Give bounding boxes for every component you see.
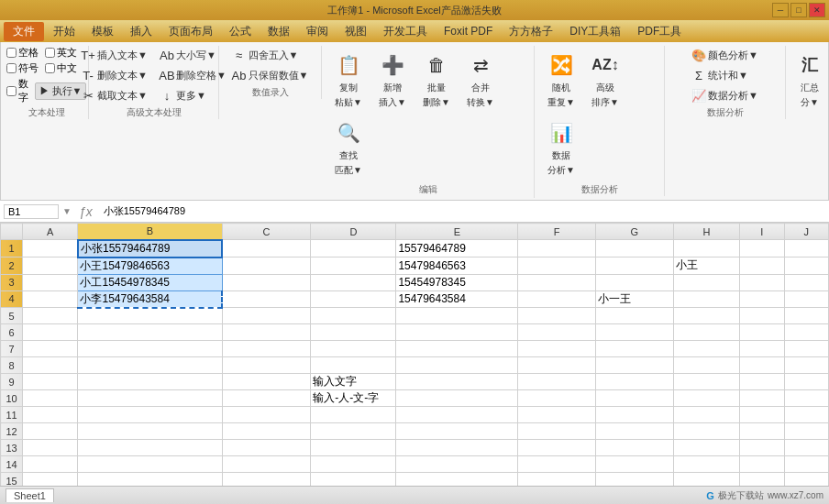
col-header-b[interactable]: B <box>78 224 222 240</box>
delete-text-button[interactable]: T- 删除文本▼ <box>76 66 152 84</box>
cell-7-3[interactable] <box>311 341 396 357</box>
cell-8-0[interactable] <box>23 357 78 374</box>
cell-8-6[interactable] <box>596 357 674 374</box>
cell-3-8[interactable] <box>740 274 784 290</box>
cell-1-5[interactable] <box>518 240 596 257</box>
cell-14-9[interactable] <box>784 456 828 473</box>
cell-2-7[interactable]: 小王 <box>673 257 740 275</box>
col-header-a[interactable]: A <box>23 224 78 240</box>
cell-1-2[interactable] <box>222 240 311 257</box>
cell-12-9[interactable] <box>784 423 828 440</box>
cell-2-8[interactable] <box>740 257 784 275</box>
cell-10-1[interactable] <box>78 390 222 407</box>
cell-13-8[interactable] <box>740 440 784 456</box>
cell-2-3[interactable] <box>311 257 396 275</box>
cell-11-6[interactable] <box>596 407 674 423</box>
cell-11-7[interactable] <box>673 407 740 423</box>
cell-3-3[interactable] <box>311 274 396 290</box>
cell-14-0[interactable] <box>23 456 78 473</box>
cell-7-7[interactable] <box>673 341 740 357</box>
cell-name-box[interactable] <box>4 204 59 219</box>
cell-5-7[interactable] <box>673 308 740 324</box>
cell-10-9[interactable] <box>784 390 828 407</box>
cell-7-1[interactable] <box>78 341 222 357</box>
cell-7-8[interactable] <box>740 341 784 357</box>
row-header-11[interactable]: 11 <box>1 407 23 423</box>
menu-pdf[interactable]: PDF工具 <box>630 22 689 41</box>
cell-14-6[interactable] <box>596 456 674 473</box>
cell-5-0[interactable] <box>23 308 78 324</box>
cell-11-1[interactable] <box>78 407 222 423</box>
data-analysis-button[interactable]: 📊 数据 分析▼ <box>540 114 582 181</box>
row-header-5[interactable]: 5 <box>1 308 23 324</box>
menu-insert[interactable]: 插入 <box>123 22 160 41</box>
cell-10-4[interactable] <box>396 390 518 407</box>
menu-foxit[interactable]: Foxit PDF <box>437 23 500 39</box>
cell-14-4[interactable] <box>396 456 518 473</box>
round-button[interactable]: ≈ 四舍五入▼ <box>227 46 304 64</box>
cell-6-8[interactable] <box>740 324 784 341</box>
cell-7-9[interactable] <box>784 341 828 357</box>
cell-9-0[interactable] <box>23 374 78 390</box>
cell-13-7[interactable] <box>673 440 740 456</box>
cell-1-6[interactable] <box>596 240 674 257</box>
cell-9-1[interactable] <box>78 374 222 390</box>
cell-12-6[interactable] <box>596 423 674 440</box>
cell-9-2[interactable] <box>222 374 311 390</box>
cell-7-0[interactable] <box>23 341 78 357</box>
delete-space-button[interactable]: AB 删除空格▼ <box>155 66 231 84</box>
cell-8-4[interactable] <box>396 357 518 374</box>
cell-5-4[interactable] <box>396 308 518 324</box>
cell-8-8[interactable] <box>740 357 784 374</box>
cell-7-2[interactable] <box>222 341 311 357</box>
cell-8-7[interactable] <box>673 357 740 374</box>
cell-9-5[interactable] <box>518 374 596 390</box>
advanced-sort-button[interactable]: AZ↕ 高级 排序▼ <box>584 46 626 114</box>
cell-13-1[interactable] <box>78 440 222 456</box>
cell-3-0[interactable] <box>23 274 78 290</box>
cell-3-5[interactable] <box>518 274 596 290</box>
case-button[interactable]: Ab 大小写▼ <box>155 46 221 64</box>
cell-11-0[interactable] <box>23 407 78 423</box>
cell-2-1[interactable]: 小王15479846563 <box>78 257 222 275</box>
checkbox-symbol[interactable]: 符号 <box>6 61 39 75</box>
cell-14-8[interactable] <box>740 456 784 473</box>
cell-9-9[interactable] <box>784 374 828 390</box>
checkbox-chinese[interactable]: 中文 <box>45 61 77 75</box>
cell-4-9[interactable] <box>784 290 828 308</box>
cell-6-2[interactable] <box>222 324 311 341</box>
menu-page-layout[interactable]: 页面布局 <box>161 22 220 41</box>
cell-6-3[interactable] <box>311 324 396 341</box>
cell-11-9[interactable] <box>784 407 828 423</box>
cell-7-5[interactable] <box>518 341 596 357</box>
cell-2-5[interactable] <box>518 257 596 275</box>
sum-button[interactable]: Σ 统计和▼ <box>687 66 753 84</box>
cell-8-9[interactable] <box>784 357 828 374</box>
sheet-tab[interactable]: Sheet1 <box>6 488 54 502</box>
checkbox-english[interactable]: 英文 <box>45 46 77 60</box>
row-header-8[interactable]: 8 <box>1 357 23 374</box>
cell-12-2[interactable] <box>222 423 311 440</box>
cell-4-8[interactable] <box>740 290 784 308</box>
cell-10-0[interactable] <box>23 390 78 407</box>
cell-11-4[interactable] <box>396 407 518 423</box>
cell-13-3[interactable] <box>311 440 396 456</box>
cell-12-5[interactable] <box>518 423 596 440</box>
cell-10-5[interactable] <box>518 390 596 407</box>
cell-9-8[interactable] <box>740 374 784 390</box>
cell-13-5[interactable] <box>518 440 596 456</box>
cell-5-8[interactable] <box>740 308 784 324</box>
cell-12-0[interactable] <box>23 423 78 440</box>
cell-2-6[interactable] <box>596 257 674 275</box>
cell-6-4[interactable] <box>396 324 518 341</box>
cell-1-8[interactable] <box>740 240 784 257</box>
data-analysis2-button[interactable]: 📈 数据分析▼ <box>687 86 763 104</box>
cell-12-8[interactable] <box>740 423 784 440</box>
row-header-6[interactable]: 6 <box>1 324 23 341</box>
cell-10-3[interactable]: 输入-人-文-字 <box>311 390 396 407</box>
cell-14-5[interactable] <box>518 456 596 473</box>
merge-convert-button[interactable]: ⇄ 合并 转换▼ <box>459 46 502 114</box>
file-menu[interactable]: 文件 <box>4 22 44 41</box>
cell-4-0[interactable] <box>23 290 78 308</box>
copy-paste-button[interactable]: 📋 复制 粘贴▼ <box>327 46 370 114</box>
